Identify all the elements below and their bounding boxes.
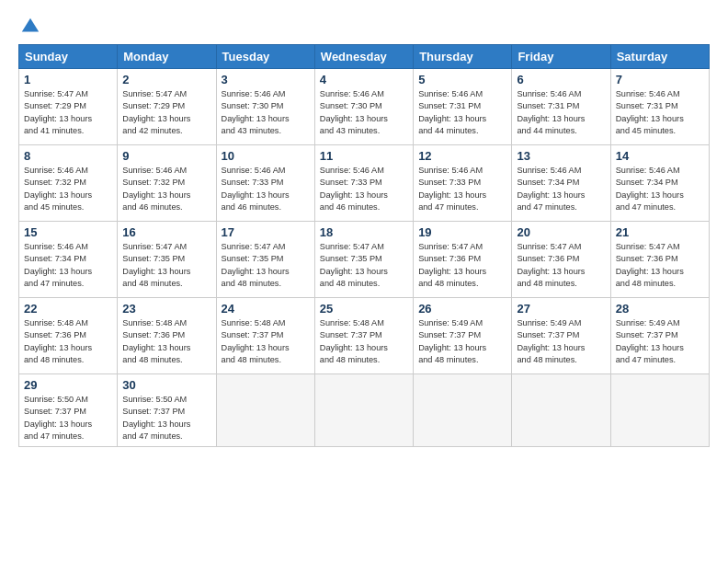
day-num: 28 [616,302,704,316]
day-info: Sunrise: 5:47 AMSunset: 7:36 PMDaylight:… [517,241,605,290]
day-cell-empty-4-4 [414,374,512,447]
day-cell-10: 10Sunrise: 5:46 AMSunset: 7:33 PMDayligh… [216,145,314,222]
day-cell-3: 3Sunrise: 5:46 AMSunset: 7:30 PMDaylight… [216,69,314,145]
day-cell-empty-4-2 [216,374,314,447]
day-info: Sunrise: 5:46 AMSunset: 7:32 PMDaylight:… [24,165,112,213]
day-info: Sunrise: 5:50 AMSunset: 7:37 PMDaylight:… [24,394,112,442]
day-cell-23: 23Sunrise: 5:48 AMSunset: 7:36 PMDayligh… [118,298,216,374]
day-info: Sunrise: 5:46 AMSunset: 7:32 PMDaylight:… [122,165,210,213]
day-cell-24: 24Sunrise: 5:48 AMSunset: 7:37 PMDayligh… [216,298,314,374]
day-info: Sunrise: 5:48 AMSunset: 7:36 PMDaylight:… [24,317,112,366]
day-num: 16 [122,225,210,239]
day-info: Sunrise: 5:49 AMSunset: 7:37 PMDaylight:… [418,317,506,366]
day-cell-empty-4-5 [512,374,610,447]
day-cell-empty-4-6 [610,374,709,447]
day-cell-17: 17Sunrise: 5:47 AMSunset: 7:35 PMDayligh… [216,222,314,298]
day-cell-22: 22Sunrise: 5:48 AMSunset: 7:36 PMDayligh… [19,298,118,374]
day-info: Sunrise: 5:47 AMSunset: 7:35 PMDaylight:… [222,241,310,290]
day-num: 23 [122,302,210,316]
day-num: 18 [320,225,408,239]
svg-marker-0 [22,18,39,32]
day-cell-18: 18Sunrise: 5:47 AMSunset: 7:35 PMDayligh… [314,222,413,298]
day-info: Sunrise: 5:48 AMSunset: 7:36 PMDaylight:… [122,317,210,366]
day-num: 10 [222,149,310,163]
day-num: 5 [418,73,506,86]
day-info: Sunrise: 5:50 AMSunset: 7:37 PMDaylight:… [122,394,210,442]
day-cell-empty-4-3 [314,374,413,447]
day-num: 19 [418,225,506,239]
week-row-2: 8Sunrise: 5:46 AMSunset: 7:32 PMDaylight… [19,145,710,222]
day-cell-29: 29Sunrise: 5:50 AMSunset: 7:37 PMDayligh… [19,374,118,447]
day-num: 7 [616,73,704,86]
day-header-monday: Monday [118,45,216,69]
day-cell-25: 25Sunrise: 5:48 AMSunset: 7:37 PMDayligh… [314,298,413,374]
day-cell-16: 16Sunrise: 5:47 AMSunset: 7:35 PMDayligh… [118,222,216,298]
day-num: 26 [418,302,506,316]
day-header-thursday: Thursday [414,45,512,69]
day-info: Sunrise: 5:46 AMSunset: 7:31 PMDaylight:… [418,88,506,137]
day-header-wednesday: Wednesday [314,45,413,69]
day-num: 29 [24,378,112,392]
day-cell-14: 14Sunrise: 5:46 AMSunset: 7:34 PMDayligh… [610,145,709,222]
day-cell-1: 1Sunrise: 5:47 AMSunset: 7:29 PMDaylight… [19,69,118,145]
logo-icon [20,17,40,37]
day-info: Sunrise: 5:47 AMSunset: 7:36 PMDaylight:… [418,241,506,290]
day-info: Sunrise: 5:48 AMSunset: 7:37 PMDaylight:… [222,317,310,366]
day-info: Sunrise: 5:47 AMSunset: 7:29 PMDaylight:… [122,88,210,137]
day-header-tuesday: Tuesday [216,45,314,69]
day-header-saturday: Saturday [610,45,709,69]
day-cell-19: 19Sunrise: 5:47 AMSunset: 7:36 PMDayligh… [414,222,512,298]
day-cell-11: 11Sunrise: 5:46 AMSunset: 7:33 PMDayligh… [314,145,413,222]
day-num: 25 [320,302,408,316]
day-info: Sunrise: 5:46 AMSunset: 7:33 PMDaylight:… [222,165,310,213]
day-cell-21: 21Sunrise: 5:47 AMSunset: 7:36 PMDayligh… [610,222,709,298]
day-cell-5: 5Sunrise: 5:46 AMSunset: 7:31 PMDaylight… [414,69,512,145]
day-info: Sunrise: 5:47 AMSunset: 7:35 PMDaylight:… [320,241,408,290]
day-info: Sunrise: 5:46 AMSunset: 7:34 PMDaylight:… [517,165,605,213]
day-num: 15 [24,225,112,239]
week-row-1: 1Sunrise: 5:47 AMSunset: 7:29 PMDaylight… [19,69,710,145]
day-num: 30 [122,378,210,392]
day-cell-13: 13Sunrise: 5:46 AMSunset: 7:34 PMDayligh… [512,145,610,222]
day-num: 24 [222,302,310,316]
logo [18,17,40,37]
day-info: Sunrise: 5:47 AMSunset: 7:35 PMDaylight:… [122,241,210,290]
day-info: Sunrise: 5:46 AMSunset: 7:33 PMDaylight:… [320,165,408,213]
day-num: 21 [616,225,704,239]
day-num: 12 [418,149,506,163]
day-cell-26: 26Sunrise: 5:49 AMSunset: 7:37 PMDayligh… [414,298,512,374]
day-info: Sunrise: 5:47 AMSunset: 7:36 PMDaylight:… [616,241,704,290]
day-cell-8: 8Sunrise: 5:46 AMSunset: 7:32 PMDaylight… [19,145,118,222]
week-row-4: 22Sunrise: 5:48 AMSunset: 7:36 PMDayligh… [19,298,710,374]
day-info: Sunrise: 5:49 AMSunset: 7:37 PMDaylight:… [616,317,704,366]
day-num: 4 [320,73,408,86]
day-info: Sunrise: 5:46 AMSunset: 7:30 PMDaylight:… [222,88,310,137]
day-info: Sunrise: 5:47 AMSunset: 7:29 PMDaylight:… [24,88,112,137]
day-info: Sunrise: 5:49 AMSunset: 7:37 PMDaylight:… [517,317,605,366]
day-info: Sunrise: 5:46 AMSunset: 7:31 PMDaylight:… [616,88,704,137]
day-num: 14 [616,149,704,163]
day-cell-15: 15Sunrise: 5:46 AMSunset: 7:34 PMDayligh… [19,222,118,298]
day-info: Sunrise: 5:48 AMSunset: 7:37 PMDaylight:… [320,317,408,366]
week-row-5: 29Sunrise: 5:50 AMSunset: 7:37 PMDayligh… [19,374,710,447]
day-num: 27 [517,302,605,316]
day-header-friday: Friday [512,45,610,69]
day-num: 17 [222,225,310,239]
day-cell-2: 2Sunrise: 5:47 AMSunset: 7:29 PMDaylight… [118,69,216,145]
day-num: 11 [320,149,408,163]
day-cell-27: 27Sunrise: 5:49 AMSunset: 7:37 PMDayligh… [512,298,610,374]
day-num: 3 [222,73,310,86]
day-header-sunday: Sunday [19,45,118,69]
day-info: Sunrise: 5:46 AMSunset: 7:34 PMDaylight:… [616,165,704,213]
week-row-3: 15Sunrise: 5:46 AMSunset: 7:34 PMDayligh… [19,222,710,298]
day-num: 2 [122,73,210,86]
page: SundayMondayTuesdayWednesdayThursdayFrid… [0,0,728,563]
day-num: 6 [517,73,605,86]
day-num: 8 [24,149,112,163]
day-cell-20: 20Sunrise: 5:47 AMSunset: 7:36 PMDayligh… [512,222,610,298]
day-cell-6: 6Sunrise: 5:46 AMSunset: 7:31 PMDaylight… [512,69,610,145]
calendar-table: SundayMondayTuesdayWednesdayThursdayFrid… [18,44,710,447]
day-cell-7: 7Sunrise: 5:46 AMSunset: 7:31 PMDaylight… [610,69,709,145]
day-info: Sunrise: 5:46 AMSunset: 7:30 PMDaylight:… [320,88,408,137]
day-cell-30: 30Sunrise: 5:50 AMSunset: 7:37 PMDayligh… [118,374,216,447]
